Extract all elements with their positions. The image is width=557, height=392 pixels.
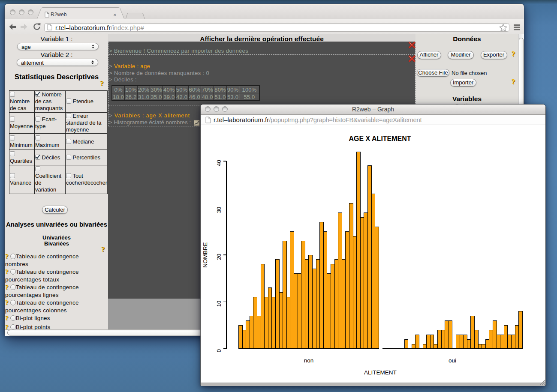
svg-text:30: 30 xyxy=(216,207,222,213)
svg-text:40: 40 xyxy=(216,160,222,166)
svg-text:non: non xyxy=(304,357,314,364)
svg-text:NOMBRE: NOMBRE xyxy=(202,242,208,267)
svg-text:20: 20 xyxy=(216,254,222,260)
svg-text:10: 10 xyxy=(216,301,222,307)
svg-text:AGE X ALITEMENT: AGE X ALITEMENT xyxy=(349,135,411,142)
svg-text:ALITEMENT: ALITEMENT xyxy=(364,369,397,376)
svg-text:0: 0 xyxy=(216,349,222,352)
svg-text:oui: oui xyxy=(449,357,456,364)
